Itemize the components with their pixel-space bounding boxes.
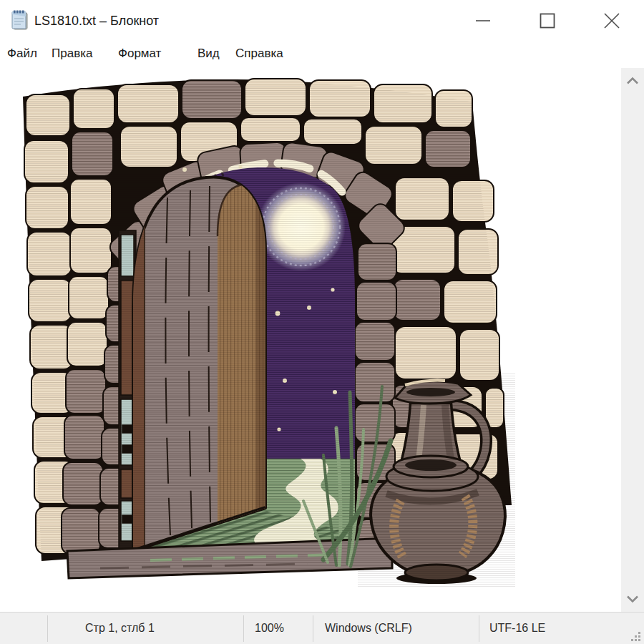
menu-view[interactable]: Вид [197, 42, 220, 68]
title-bar[interactable]: LS1810.txt – Блокнот [0, 0, 644, 42]
scroll-down-button[interactable] [621, 590, 644, 608]
menu-edit[interactable]: Правка [52, 42, 92, 68]
notepad-window: LS1810.txt – Блокнот Файл Правка Формат … [0, 0, 644, 644]
status-encoding: UTF-16 LE [489, 613, 545, 644]
maximize-icon [539, 12, 556, 29]
menu-format[interactable]: Формат [118, 42, 161, 68]
resize-grip-icon[interactable] [630, 631, 642, 643]
window-title: LS1810.txt – Блокнот [34, 0, 159, 42]
minimize-button[interactable] [451, 0, 515, 42]
menu-file[interactable]: Файл [7, 42, 37, 68]
notepad-icon [9, 9, 31, 32]
close-button[interactable] [580, 0, 644, 42]
status-zoom-level: 100% [255, 613, 284, 644]
menu-help[interactable]: Справка [235, 42, 283, 68]
status-cursor-position: Стр 1, стлб 1 [85, 613, 155, 644]
doorway-artwork [0, 68, 621, 612]
status-bar: Стр 1, стлб 1 100% Windows (CRLF) UTF-16… [0, 612, 644, 644]
scroll-up-button[interactable] [621, 72, 644, 89]
vertical-scrollbar[interactable] [621, 68, 644, 612]
menu-bar: Файл Правка Формат Вид Справка [0, 42, 644, 69]
maximize-button[interactable] [515, 0, 580, 42]
minimize-icon [474, 12, 492, 29]
chevron-up-icon [625, 77, 640, 85]
status-line-ending: Windows (CRLF) [325, 613, 412, 644]
dither-overlay [20, 74, 518, 587]
close-icon [603, 12, 620, 29]
text-area[interactable] [0, 68, 621, 612]
chevron-down-icon [625, 595, 640, 603]
